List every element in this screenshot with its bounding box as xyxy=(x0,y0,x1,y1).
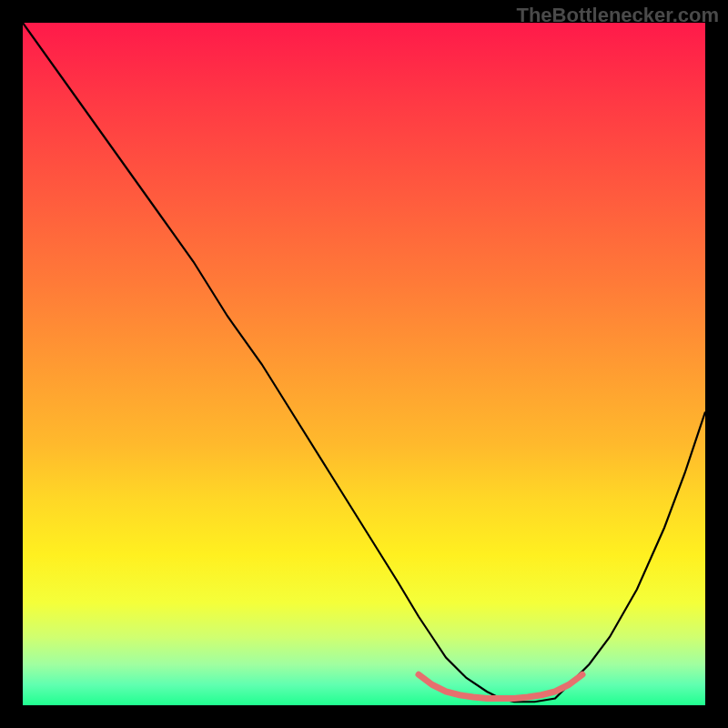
chart-svg xyxy=(23,23,705,705)
chart-background xyxy=(23,23,705,705)
chart-plot-area xyxy=(23,23,705,705)
watermark-text: TheBottlenecker.com xyxy=(516,4,719,27)
